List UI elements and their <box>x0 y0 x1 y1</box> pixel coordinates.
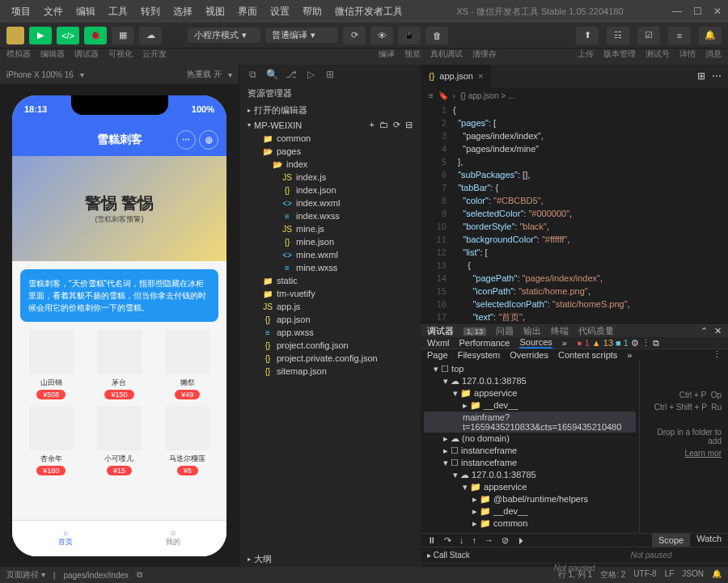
editor-tab-appjson[interactable]: {}app.json× <box>421 65 491 87</box>
close-panel-icon[interactable]: ✕ <box>714 326 722 336</box>
tab-quality[interactable]: 代码质量 <box>578 325 614 337</box>
menu-工具[interactable]: 工具 <box>104 3 133 20</box>
file-project.config.json[interactable]: {}project.config.json <box>239 339 421 352</box>
step-icon[interactable]: → <box>485 535 493 545</box>
extensions-icon[interactable]: ⊞ <box>324 68 336 81</box>
src-page[interactable]: Page <box>427 350 448 360</box>
version-button[interactable]: ☷ <box>607 27 629 44</box>
menu-编辑[interactable]: 编辑 <box>71 3 100 20</box>
tab-home[interactable]: ⌂首页 <box>12 521 120 556</box>
compile-button[interactable]: ⟳ <box>343 27 366 44</box>
split-icon[interactable]: ⊞ <box>697 70 705 82</box>
workspace-section[interactable]: ▾MP-WEIXIN + 🗀 ⟳ ⊟ <box>239 118 421 132</box>
file-tm-vuetify[interactable]: 📁tm-vuetify <box>239 287 421 300</box>
callstack-header[interactable]: ▸ Call Stack <box>421 547 574 563</box>
notification-icon[interactable]: 🔔 <box>712 569 722 581</box>
new-file-icon[interactable]: + <box>370 120 375 130</box>
source-item[interactable]: ▾ 📁 appservice <box>424 481 636 493</box>
source-item[interactable]: ▾ ☁ 127.0.0.1:38785 <box>424 469 636 481</box>
tab-debugger[interactable]: 调试器 <box>427 325 454 337</box>
tab-output[interactable]: 输出 <box>523 325 541 337</box>
collapse-icon[interactable]: ⊟ <box>405 120 413 130</box>
step-into-icon[interactable]: ↓ <box>459 535 464 545</box>
product-item[interactable]: 马迭尔榴莲¥8 <box>157 406 218 475</box>
source-item[interactable]: ▾ ☐ top <box>424 363 636 375</box>
scope-button[interactable]: Scope <box>652 534 690 547</box>
tab-mine[interactable]: ☺我的 <box>120 521 227 556</box>
new-folder-icon[interactable]: 🗀 <box>379 120 388 130</box>
more-icon[interactable]: ⋮ <box>713 349 722 360</box>
file-app.js[interactable]: JSapp.js <box>239 300 421 313</box>
menu-界面[interactable]: 界面 <box>233 3 262 20</box>
editor-button[interactable]: </> <box>57 27 79 44</box>
file-index.json[interactable]: {}index.json <box>239 184 421 196</box>
source-item[interactable]: ▾ 📁 appservice <box>424 387 636 399</box>
menu-帮助[interactable]: 帮助 <box>298 3 327 20</box>
source-item[interactable]: ▸ 📁 __dev__ <box>424 505 636 518</box>
target-icon[interactable]: ◎ <box>199 130 218 150</box>
source-item[interactable]: ▾ ☁ 127.0.0.1:38785 <box>424 375 636 387</box>
refresh-icon[interactable]: ⟳ <box>393 120 400 130</box>
maximize-icon[interactable]: ☐ <box>693 6 702 17</box>
file-mine.wxml[interactable]: <>mine.wxml <box>239 248 421 261</box>
debug-icon[interactable]: ▷ <box>304 68 317 81</box>
resume-icon[interactable]: ⏵ <box>517 535 526 545</box>
source-item[interactable]: ▾ ☐ instanceframe <box>424 457 636 469</box>
file-sitemap.json[interactable]: {}sitemap.json <box>239 365 421 378</box>
upload-button[interactable]: ⬆ <box>576 27 599 44</box>
src-overrides[interactable]: Overrides <box>510 350 548 360</box>
more-src-icon[interactable]: » <box>627 350 632 360</box>
file-static[interactable]: 📁static <box>239 274 421 287</box>
src-content[interactable]: Content scripts <box>558 350 617 360</box>
toggle-icon[interactable]: ≡ <box>429 91 434 100</box>
search-icon[interactable]: 🔍 <box>265 68 278 81</box>
detail-button[interactable]: ≡ <box>668 27 691 44</box>
file-app.json[interactable]: {}app.json <box>239 313 421 326</box>
file-index[interactable]: 📂index <box>239 158 421 171</box>
watch-button[interactable]: Watch <box>696 534 722 547</box>
source-item[interactable]: ▸ ☁ (no domain) <box>424 433 636 445</box>
menu-微信开发者工具[interactable]: 微信开发者工具 <box>330 3 408 20</box>
product-item[interactable]: 小可喽儿¥15 <box>88 406 150 475</box>
menu-项目[interactable]: 项目 <box>6 3 36 20</box>
product-item[interactable]: 獭祭¥49 <box>157 330 218 399</box>
file-index.wxml[interactable]: <>index.wxml <box>239 196 421 209</box>
close-icon[interactable]: ✕ <box>713 6 722 17</box>
gear-icon[interactable]: ⚙ <box>631 338 639 348</box>
copy-icon[interactable]: ⧉ <box>246 68 259 81</box>
bookmark-icon[interactable]: 🔖 <box>438 91 448 100</box>
file-index.wxss[interactable]: ≡index.wxss <box>239 209 421 222</box>
phone-simulator[interactable]: 18:13100% 雪糕刺客 ⋯◎ 警惕 警惕 (雪糕刺客预警) 雪糕刺客，"天… <box>12 95 226 556</box>
copy-path-icon[interactable]: ⧉ <box>137 570 142 580</box>
compile-dropdown[interactable]: 普通编译 ▾ <box>265 27 338 43</box>
source-item[interactable]: mainframe?t=1659435210833&cts=1659435210… <box>424 412 636 433</box>
branch-icon[interactable]: ⎇ <box>285 68 298 81</box>
mode-dropdown[interactable]: 小程序模式 ▾ <box>188 27 260 43</box>
more-icon[interactable]: ⋮ <box>641 338 650 348</box>
close-tab-icon[interactable]: × <box>478 71 483 81</box>
src-filesystem[interactable]: Filesystem <box>458 350 501 360</box>
step-over-icon[interactable]: ↷ <box>444 535 451 546</box>
file-pages[interactable]: 📂pages <box>239 145 421 158</box>
more-tabs-icon[interactable]: » <box>562 338 567 348</box>
message-button[interactable]: 🔔 <box>699 27 722 44</box>
source-item[interactable]: ▸ 📁 @babel/runtime/helpers <box>424 493 636 505</box>
device-selector[interactable]: iPhone X 100% 16 <box>6 70 74 79</box>
pause-icon[interactable]: ⏸ <box>427 535 436 545</box>
preview-button[interactable]: 👁 <box>370 27 393 44</box>
tab-sources[interactable]: Sources <box>519 337 552 349</box>
clear-cache-button[interactable]: 🗑 <box>425 27 448 44</box>
menu-设置[interactable]: 设置 <box>265 3 294 20</box>
outline-section[interactable]: ▸大纲 <box>239 551 421 567</box>
file-mine.js[interactable]: JSmine.js <box>239 222 421 235</box>
file-mine.wxss[interactable]: ≡mine.wxss <box>239 261 421 274</box>
tab-performance[interactable]: Performance <box>459 338 510 348</box>
file-common[interactable]: 📁common <box>239 132 421 145</box>
more-icon[interactable]: ⋯ <box>712 70 722 82</box>
menu-icon[interactable]: ⋯ <box>176 130 196 150</box>
page-path-label[interactable]: 页面路径 ▾ <box>6 569 45 581</box>
open-editors-section[interactable]: ▸打开的编辑器 <box>239 103 421 118</box>
dock-icon[interactable]: ⧉ <box>653 338 659 348</box>
source-tree[interactable]: ▾ ☐ top▾ ☁ 127.0.0.1:38785▾ 📁 appservice… <box>421 360 639 533</box>
product-item[interactable]: 杏余年¥160 <box>20 406 82 475</box>
